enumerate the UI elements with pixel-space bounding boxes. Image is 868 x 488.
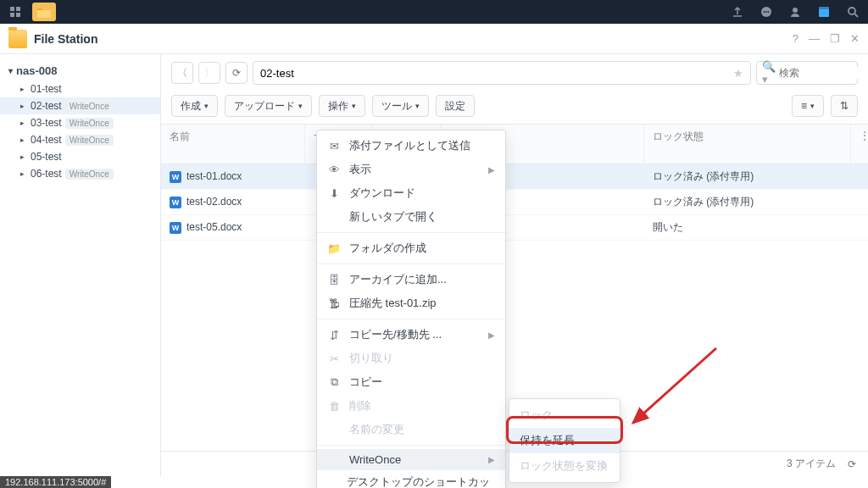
status-refresh-icon[interactable]: ⟳ [848,458,856,470]
search-field-icon: 🔍▾ [762,60,776,86]
tree-item[interactable]: ▸01-test [0,80,160,97]
sub-extend-retention[interactable]: 保持を延長 [509,428,620,453]
copy-move-icon: ⇵ [327,329,341,341]
ctx-open-new-tab[interactable]: 新しいタブで開く [317,205,505,229]
svg-point-9 [793,8,798,13]
col-name[interactable]: 名前 [161,125,305,164]
create-button[interactable]: 作成▾ [171,95,218,117]
sub-lock: ロック [509,402,620,428]
column-headers: 名前 サイズ ▴ ファイルタイ... 変更日 ロック状態 ⋮ [161,124,868,164]
trash-icon: 🗑 [327,400,341,413]
dashboard-icon[interactable] [3,3,27,21]
nav-back-button[interactable]: 〈 [171,62,193,84]
sub-convert-lock: ロック状態を変換 [509,453,620,479]
svg-rect-4 [37,10,51,18]
ctx-desktop-shortcut[interactable]: デスクトップのショートカットを作成 [317,470,505,488]
archive-icon: 🗄 [327,274,341,286]
chat-icon[interactable] [754,3,778,21]
favorite-star-icon[interactable]: ★ [733,67,743,80]
ctx-download[interactable]: ⬇ダウンロード [317,181,505,205]
minimize-icon[interactable]: — [809,32,820,45]
writeonce-submenu[interactable]: ロック 保持を延長 ロック状態を変換 [509,398,620,483]
tools-button[interactable]: ツール▾ [372,95,429,117]
help-icon[interactable]: ? [793,32,798,45]
svg-rect-2 [10,13,14,17]
search-input[interactable] [779,67,868,79]
ctx-rename: 名前の変更 [317,418,505,441]
ctx-view[interactable]: 👁表示▶ [317,158,505,181]
col-lock[interactable]: ロック状態 [644,125,851,164]
ctx-delete: 🗑削除 [317,394,505,418]
close-icon[interactable]: ✕ [850,32,860,45]
view-mode-button[interactable]: ≡ ▾ [792,95,824,117]
app-folder-icon [8,30,27,48]
tree-item[interactable]: ▸05-test [0,148,160,165]
tree-item[interactable]: ▸04-testWriteOnce [0,131,160,148]
file-list: Wtest-01.docx7:57:21ロック済み (添付専用)Wtest-02… [161,164,868,241]
item-count: 3 アイテム [787,457,836,471]
tree-item[interactable]: ▸02-testWriteOnce [0,97,160,114]
ctx-send-attachment[interactable]: ✉添付ファイルとして送信 [317,134,505,158]
user-icon[interactable] [783,3,807,21]
ctx-copy-move[interactable]: ⇵コピー先/移動先 ...▶ [317,323,505,347]
svg-point-8 [768,11,770,13]
folder-plus-icon: 📁 [327,242,341,255]
ctx-add-archive[interactable]: 🗄アーカイブに追加... [317,268,505,291]
svg-point-7 [765,11,767,13]
nav-forward-button[interactable]: 〉 [198,62,220,84]
action-button[interactable]: 操作▾ [319,95,365,117]
settings-button[interactable]: 設定 [436,95,475,117]
copy-icon: ⧉ [327,375,341,389]
folder-tree: ▾nas-008 ▸01-test▸02-testWriteOnce▸03-te… [0,54,161,476]
ctx-copy[interactable]: ⧉コピー [317,370,505,394]
svg-rect-3 [16,13,20,17]
ctx-compress[interactable]: 🗜圧縮先 test-01.zip [317,291,505,315]
upload-tray-icon[interactable] [726,3,749,21]
window-title: File Station [34,32,793,46]
path-input[interactable] [260,67,728,80]
col-menu-icon[interactable]: ⋮ [851,125,868,164]
system-topbar [0,0,868,24]
file-row[interactable]: Wtest-02.docx0:01:32ロック済み (添付専用) [161,190,868,215]
file-row[interactable]: Wtest-05.docx7:31:13開いた [161,215,868,241]
filestation-taskbar-icon[interactable] [32,3,56,21]
svg-rect-1 [16,7,20,11]
zip-icon: 🗜 [327,297,341,310]
ctx-writeonce[interactable]: WriteOnce▶ [317,449,505,470]
context-menu[interactable]: ✉添付ファイルとして送信 👁表示▶ ⬇ダウンロード 新しいタブで開く 📁フォルダ… [316,130,506,488]
browser-url-tooltip: 192.168.111.173:5000/# [0,476,111,488]
file-row[interactable]: Wtest-01.docx7:57:21ロック済み (添付専用) [161,164,868,190]
svg-point-6 [764,11,765,13]
svg-rect-0 [10,7,14,11]
refresh-button[interactable]: ⟳ [225,62,248,84]
sort-button[interactable]: ⇅ [831,95,858,117]
tree-item[interactable]: ▸06-testWriteOnce [0,165,160,182]
ctx-cut: ✂切り取り [317,347,505,370]
eye-icon: 👁 [327,164,341,176]
search-icon[interactable] [841,3,865,21]
widgets-icon[interactable] [812,3,836,21]
ctx-new-folder[interactable]: 📁フォルダの作成 [317,236,505,260]
svg-point-12 [849,8,855,14]
tree-root[interactable]: ▾nas-008 [0,61,160,80]
tree-item[interactable]: ▸03-testWriteOnce [0,114,160,131]
mail-icon: ✉ [327,140,341,152]
scissors-icon: ✂ [327,352,341,365]
upload-button[interactable]: アップロード▾ [225,95,312,117]
maximize-icon[interactable]: ❐ [830,32,840,45]
download-icon: ⬇ [327,187,341,200]
svg-rect-11 [819,7,829,9]
